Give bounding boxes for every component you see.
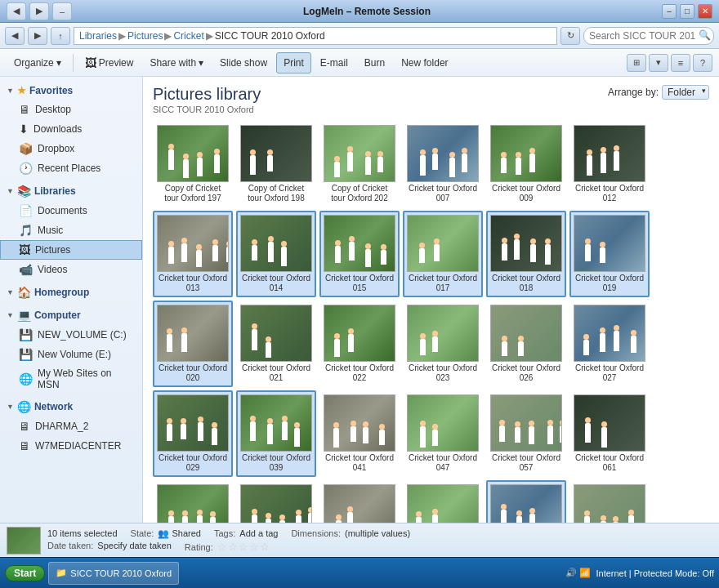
sidebar-item-pictures-label: Pictures: [35, 244, 70, 256]
share-button[interactable]: Share with ▾: [142, 52, 211, 74]
nav-up[interactable]: ↑: [51, 27, 70, 45]
photo-item-027[interactable]: Cricket tour Oxford 027: [569, 301, 650, 387]
taskbar-explorer[interactable]: 📁 SICC TOUR 2010 Oxford: [48, 562, 179, 585]
photo-item-015[interactable]: Cricket tour Oxford 015: [319, 211, 400, 297]
back-button[interactable]: ◀: [7, 2, 26, 20]
new-folder-button[interactable]: New folder: [394, 52, 455, 74]
photo-label-copy198: Copy of Cricket tour Oxford 198: [240, 184, 312, 203]
sidebar-item-new-volume-e[interactable]: 💾 New Volume (E:): [0, 345, 142, 364]
sidebar-item-dropbox[interactable]: 📦 Dropbox: [0, 139, 142, 158]
sidebar-item-documents[interactable]: 📄 Documents: [0, 201, 142, 220]
photo-item-061[interactable]: Cricket tour Oxford 061: [569, 390, 650, 477]
address-path[interactable]: Libraries ▶ Pictures ▶ Cricket ▶ SICC TO…: [74, 27, 557, 45]
photo-item-065[interactable]: Cricket tour Oxford 065: [236, 480, 316, 523]
sidebar-item-music[interactable]: 🎵 Music: [0, 220, 142, 240]
burn-button[interactable]: Burn: [357, 52, 392, 74]
photo-item-075[interactable]: Cricket tour Oxford 075: [319, 480, 400, 523]
sidebar-item-recent-label: Recent Places: [38, 163, 100, 174]
forward-button[interactable]: ▶: [29, 2, 49, 20]
title-bar: ◀ ▶ – LogMeIn – Remote Session – □ ✕: [0, 0, 719, 23]
internet-label: Internet | Protected Mode: Off: [596, 568, 714, 578]
sidebar-item-dharma[interactable]: 🖥 DHARMA_2: [0, 416, 142, 436]
sidebar-item-videos[interactable]: 📹 Videos: [0, 260, 142, 279]
sidebar-item-desktop[interactable]: 🖥 Desktop: [0, 100, 142, 119]
print-button[interactable]: Print: [276, 52, 311, 74]
photo-item-007[interactable]: Cricket tour Oxford 007: [403, 121, 483, 207]
photo-item-057[interactable]: Cricket tour Oxford 057: [486, 390, 566, 477]
photo-item-013[interactable]: Cricket tour Oxford 013: [153, 211, 233, 297]
search-input[interactable]: [583, 27, 714, 45]
new-volume-c-icon: 💾: [19, 328, 33, 341]
tray-icons: 🔊 📶: [565, 568, 591, 578]
sidebar-item-recent[interactable]: 🕐 Recent Places: [0, 158, 142, 178]
photo-item-029[interactable]: Cricket tour Oxford 029: [153, 390, 233, 477]
sidebar-item-my-web-msn[interactable]: 🌐 My Web Sites on MSN: [0, 364, 142, 394]
breadcrumb-pictures[interactable]: Pictures: [127, 30, 163, 42]
photo-item-063[interactable]: Cricket tour Oxford 063: [153, 480, 233, 523]
refresh-button[interactable]: ↻: [560, 27, 580, 45]
photo-item-019[interactable]: Cricket tour Oxford 019: [569, 211, 650, 297]
photo-item-copy197[interactable]: Copy of Cricket tour Oxford 197: [153, 121, 233, 207]
photo-thumb-057: [490, 394, 562, 452]
view-icons[interactable]: ⊞: [627, 54, 646, 72]
network-header[interactable]: ▼ 🌐 Network: [0, 397, 142, 416]
organize-button[interactable]: Organize ▾: [7, 52, 69, 74]
view-help[interactable]: ?: [693, 54, 712, 72]
photo-item-021[interactable]: Cricket tour Oxford 021: [236, 301, 316, 387]
photo-item-047[interactable]: Cricket tour Oxford 047: [403, 390, 483, 477]
arrange-by: Arrange by: Folder ▾: [608, 85, 709, 100]
photo-item-014[interactable]: Cricket tour Oxford 014: [236, 211, 316, 297]
photo-item-017[interactable]: Cricket tour Oxford 017: [403, 211, 483, 297]
photo-thumb-063: [157, 484, 229, 523]
title-text: LogMeIn – Remote Session: [72, 6, 662, 17]
sidebar-item-new-volume-c[interactable]: 💾 NEW_VOLUME (C:): [0, 325, 142, 345]
photo-item-039[interactable]: Cricket tour Oxford 039: [236, 390, 316, 477]
photo-item-009[interactable]: Cricket tour Oxford 009: [486, 121, 566, 207]
photo-item-041[interactable]: Cricket tour Oxford 041: [319, 390, 400, 477]
minimize-button[interactable]: –: [52, 2, 72, 20]
favorites-header[interactable]: ▼ ★ Favorites: [0, 82, 142, 100]
homegroup-header[interactable]: ▼ 🏠 Homegroup: [0, 283, 142, 302]
nav-back[interactable]: ◀: [5, 27, 25, 45]
sidebar-item-w7media[interactable]: 🖥 W7MEDIACENTER: [0, 436, 142, 456]
libraries-section: ▼ 📚 Libraries 📄 Documents 🎵 Music 🖼 Pict…: [0, 181, 142, 279]
libraries-header[interactable]: ▼ 📚 Libraries: [0, 181, 142, 201]
homegroup-arrow: ▼: [7, 288, 14, 296]
content-area[interactable]: Pictures library SICC TOUR 2010 Oxford A…: [143, 77, 719, 523]
photo-thumb-047: [407, 394, 479, 452]
search-icon[interactable]: 🔍: [699, 29, 711, 41]
view-dropdown[interactable]: ▾: [649, 54, 668, 72]
view-details[interactable]: ≡: [671, 54, 690, 72]
computer-section: ▼ 💻 Computer 💾 NEW_VOLUME (C:) 💾 New Vol…: [0, 305, 142, 394]
breadcrumb-libraries[interactable]: Libraries: [79, 30, 117, 42]
photo-item-089[interactable]: Cricket tour Oxford 089: [486, 480, 566, 523]
start-button[interactable]: Start: [5, 565, 45, 581]
window-close[interactable]: ✕: [698, 4, 712, 19]
photo-item-012[interactable]: Cricket tour Oxford 012: [569, 121, 650, 207]
computer-header[interactable]: ▼ 💻 Computer: [0, 305, 142, 325]
sidebar-item-downloads[interactable]: ⬇ Downloads: [0, 119, 142, 139]
sidebar-item-dharma-label: DHARMA_2: [35, 421, 88, 432]
email-button[interactable]: E-mail: [313, 52, 355, 74]
photo-item-077[interactable]: Cricket tour Oxford 077: [403, 480, 483, 523]
photo-item-023[interactable]: Cricket tour Oxford 023: [403, 301, 483, 387]
photo-item-020[interactable]: Cricket tour Oxford 020: [153, 301, 233, 387]
photo-item-026[interactable]: Cricket tour Oxford 026: [486, 301, 566, 387]
sidebar-item-pictures[interactable]: 🖼 Pictures: [0, 240, 142, 260]
photo-thumb-copy202: [324, 125, 395, 182]
photo-item-018[interactable]: Cricket tour Oxford 018: [486, 211, 566, 297]
nav-forward[interactable]: ▶: [28, 27, 47, 45]
window-maximize[interactable]: □: [680, 4, 694, 19]
photo-item-090[interactable]: Cricket tour Oxford 090: [569, 480, 650, 523]
arrange-dropdown[interactable]: Folder ▾: [662, 85, 709, 100]
photo-item-copy198[interactable]: Copy of Cricket tour Oxford 198: [236, 121, 316, 207]
content-title: Pictures library: [153, 85, 261, 104]
photo-item-copy202[interactable]: Copy of Cricket tour Oxford 202: [319, 121, 400, 207]
sidebar-item-dropbox-label: Dropbox: [38, 143, 74, 154]
slideshow-button[interactable]: Slide show: [212, 52, 275, 74]
photo-item-022[interactable]: Cricket tour Oxford 022: [319, 301, 400, 387]
breadcrumb-cricket[interactable]: Cricket: [173, 30, 203, 42]
window-minimize[interactable]: –: [662, 4, 677, 19]
preview-button[interactable]: 🖼 Preview: [78, 52, 141, 74]
photo-thumb-027: [574, 305, 645, 362]
